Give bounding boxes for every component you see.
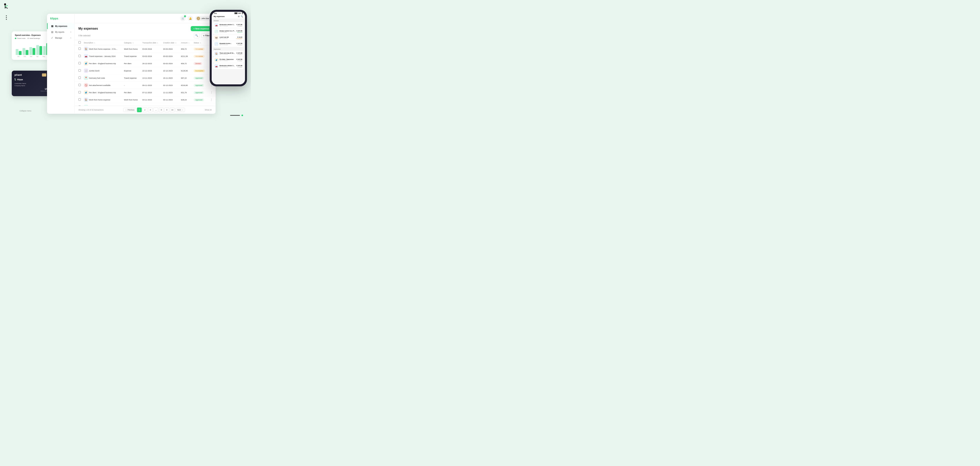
phone-item-amount-1-1: € 247,56 <box>237 59 242 60</box>
row-amount-5: €316,80 <box>180 81 192 89</box>
phone-content: October 🚗 Reiskosten oktober 2023 Mon 13… <box>212 19 245 81</box>
row-checkbox-4[interactable] <box>75 74 82 81</box>
row-category-6: Per diem <box>122 89 141 96</box>
phone-item-icon-1-1: 🧳 <box>215 58 218 62</box>
row-category-5: - <box>122 81 141 89</box>
legend-label-hotel: Hotel bookings <box>30 37 40 39</box>
status-sort-icon[interactable]: ⇅ <box>200 42 201 43</box>
klippa-card-logo-row: klippa <box>14 78 50 81</box>
row-desc-5: 🚫 Not attachement available <box>82 81 122 89</box>
card-holder-name: Cardholder Name <box>14 82 50 85</box>
phone-item-amount-1-0: € 247,68 <box>237 52 242 54</box>
row-check-1[interactable] <box>78 55 81 57</box>
row-txn-date-1: 03-02-2024 <box>141 53 162 60</box>
more-btn-7[interactable]: ⋮ <box>210 98 213 102</box>
table-row: ⬜ Jumbo lunch Expense 22-12-2023 22-12-2… <box>75 67 216 74</box>
category-sort-icon[interactable]: ⇅ <box>132 42 134 43</box>
row-check-6[interactable] <box>78 91 81 93</box>
row-checkbox-3[interactable] <box>75 67 82 74</box>
select-all-checkbox[interactable] <box>78 41 81 43</box>
status-badge-0: • In review <box>194 48 204 50</box>
txn-sort-icon[interactable]: ⇅ <box>157 42 158 43</box>
page-btn-8[interactable]: 8 <box>159 107 164 112</box>
status-badge-3: Incomplete <box>194 69 205 72</box>
phone-gallery-icon[interactable]: ⊞ <box>238 15 240 18</box>
creation-sort-icon[interactable]: ⇅ <box>175 42 177 43</box>
row-creation-date-5: 02-12-2023 <box>162 81 179 89</box>
row-check-7[interactable] <box>78 98 81 101</box>
row-checkbox-0[interactable] <box>75 45 82 53</box>
phone-expense-item-0-1[interactable]: 📄 Design system t.b.v. Personal developm… <box>213 29 244 34</box>
phone-expense-item-1-2[interactable]: 🚗 Reiskosten oktober 2023 Mon 13 October… <box>213 63 244 69</box>
row-check-0[interactable] <box>78 48 81 50</box>
row-checkbox-7[interactable] <box>75 96 82 104</box>
creation-date-header: Creation date ⇅ <box>162 40 179 45</box>
row-check-3[interactable] <box>78 69 81 72</box>
expense-tbody: 🏠 Work from home expense - 3 Fe... Work … <box>75 45 216 106</box>
row-check-2[interactable] <box>78 62 81 64</box>
row-icon-5: 🚫 <box>84 83 88 87</box>
bar-dark-1 <box>25 50 29 55</box>
amount-sort-icon[interactable]: ⇅ <box>188 42 189 43</box>
row-more-6[interactable]: ⋮ <box>208 89 216 96</box>
dot-3 <box>6 19 7 20</box>
phone-section-label-1: September <box>212 47 245 50</box>
legend-hotel-bookings: Hotel bookings <box>27 37 40 39</box>
svg-line-7 <box>15 80 16 81</box>
row-checkbox-5[interactable] <box>75 81 82 89</box>
phone-expense-item-0-2[interactable]: 🍽 Lunch van AH Mon 13 October € 14,10 In… <box>213 35 244 41</box>
row-txn-date-7: 03-11-2023 <box>141 96 162 104</box>
manage-icon: ✓ <box>51 37 54 39</box>
phone-item-icon-1-2: 🚗 <box>215 64 218 68</box>
phone-expense-item-0-3[interactable]: 📄 Bepaalde kosten... Mon 13 October € 24… <box>213 41 244 47</box>
page-btn-2[interactable]: 2 <box>143 107 147 112</box>
more-btn-6[interactable]: ⋮ <box>210 91 213 94</box>
page-btn-3[interactable]: 3 <box>148 107 153 112</box>
page-btn-1[interactable]: 1 <box>137 107 142 112</box>
row-more-7[interactable]: ⋮ <box>208 96 216 104</box>
bell-icon[interactable]: 🔔 <box>188 16 193 21</box>
row-checkbox-8[interactable] <box>75 104 82 106</box>
phone-item-icon-1-0: 🏠 <box>215 52 218 56</box>
chart-label-2: Mar <box>29 56 34 57</box>
page-btn-10[interactable]: 10 <box>170 107 175 112</box>
showing-text: Showing 1-20 of 42 transactions <box>78 109 104 111</box>
phone-item-date-0-0: Mon 13 October <box>220 25 235 27</box>
row-checkbox-6[interactable] <box>75 89 82 96</box>
new-expense-button[interactable]: + New expense <box>191 26 212 31</box>
row-desc-3: ⬜ Jumbo lunch <box>82 67 122 74</box>
page-btn-9[interactable]: 9 <box>164 107 169 112</box>
sidebar-item-my-reports[interactable]: ▤ My reports ▾ <box>47 29 74 35</box>
notifications-cart-icon[interactable]: 🛒 1 <box>180 16 186 21</box>
sidebar-label-manage: Manage <box>55 37 69 39</box>
dots-menu[interactable] <box>6 15 7 20</box>
row-checkbox-2[interactable] <box>75 60 82 67</box>
phone-item-status-0-1: Approved <box>237 32 242 33</box>
description-sort-icon[interactable]: ⇅ <box>94 42 95 43</box>
bar-light-2 <box>29 47 32 55</box>
bar-light-4 <box>43 46 46 55</box>
row-status-1: • In review <box>192 53 208 60</box>
phone-screen: 9:41 ▋▋▋ WiFi ▐ My expenses ⊞ 🔍 October … <box>212 12 245 85</box>
phone-search-icon[interactable]: 🔍 <box>241 15 243 18</box>
row-check-5[interactable] <box>78 84 81 86</box>
phone-expense-item-0-0[interactable]: 🚗 Reiskosten oktober 2023 Mon 13 October… <box>213 22 244 28</box>
status-badge-5: Approved <box>194 84 204 87</box>
row-checkbox-1[interactable] <box>75 53 82 60</box>
row-check-4[interactable] <box>78 77 81 79</box>
row-icon-4: 📍 <box>84 76 88 80</box>
description-header: Description ⇅ <box>82 40 122 45</box>
next-button[interactable]: Next → <box>175 108 185 112</box>
phone-item-content-0-3: Bepaalde kosten... Mon 13 October <box>220 43 235 45</box>
phone-expense-item-1-1[interactable]: 🧳 Per diem - Dagcursus Mon 13 October € … <box>213 57 244 63</box>
legend-travel-costs: Travel costs <box>15 37 25 39</box>
phone-expense-item-1-0[interactable]: 🏠 Thuis werk dag 20 September Mon 13 Oct… <box>213 51 244 56</box>
row-desc-text-0: Work from home expense - 3 Fe... <box>89 48 117 50</box>
sidebar-item-my-expenses[interactable]: ▤ My expenses <box>47 23 74 29</box>
expense-table: Description ⇅ Category ⇅ Transaction dat… <box>75 40 216 106</box>
sidebar-item-manage[interactable]: ✓ Manage ▾ <box>47 35 74 41</box>
prev-button[interactable]: ← Previous <box>124 108 136 112</box>
row-more-8[interactable]: ⋮ <box>208 104 216 106</box>
bar-light-1 <box>22 48 25 55</box>
search-button[interactable]: 🔍 <box>194 33 199 38</box>
